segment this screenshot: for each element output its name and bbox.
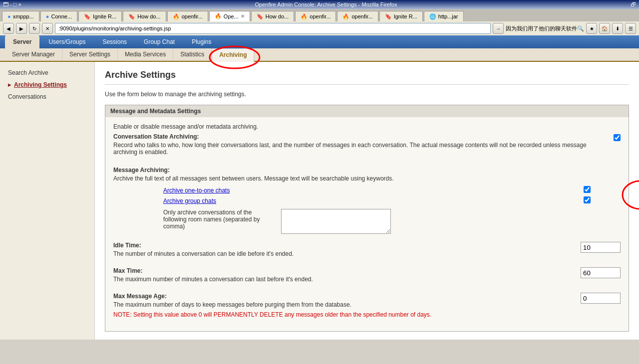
refresh-button[interactable]: ↻ [29, 23, 40, 34]
idle-time-desc: The number of minutes a conversation can… [113, 250, 581, 257]
section-description: Enable or disable message and/or metadat… [113, 123, 621, 130]
svg-point-1 [623, 181, 639, 209]
nav-users-groups[interactable]: Users/Groups [40, 35, 93, 48]
title-bar: 🗔 - □ × Openfire Admin Console: Archive … [0, 0, 639, 9]
sidebar-item-search-archive[interactable]: Search Archive [0, 67, 94, 79]
archive-group-chats-link[interactable]: Archive group chats [163, 197, 216, 204]
tab-openfire1[interactable]: 🔥openfir... [167, 11, 208, 21]
max-message-age-input[interactable] [581, 293, 621, 304]
max-message-age-setting: Max Message Age: The maximum number of d… [113, 293, 621, 318]
search-hint: 因为我们用了他们的聊天软件🔍 [506, 25, 584, 32]
nav-server[interactable]: Server [5, 35, 39, 48]
sidebar-item-archiving-settings[interactable]: Archiving Settings [0, 79, 94, 91]
idle-time-input[interactable] [581, 242, 621, 253]
room-filter-label: Only archive conversations of the follow… [163, 209, 273, 230]
message-archiving-desc: Archive the full text of all messages se… [113, 175, 621, 182]
settings-section: Message and Metadata Settings Enable or … [105, 105, 629, 332]
max-time-input[interactable] [581, 267, 621, 278]
sub-nav-server-manager[interactable]: Server Manager [5, 48, 62, 61]
section-title: Message and Metadata Settings [105, 105, 629, 117]
tab-ignite2[interactable]: 🔖Ignite R... [379, 11, 423, 21]
forward-button[interactable]: ▶ [16, 23, 27, 34]
max-message-age-note: NOTE: Setting this value above 0 will PE… [113, 311, 581, 318]
back-button[interactable]: ◀ [3, 23, 14, 34]
address-input[interactable] [55, 23, 491, 34]
max-message-age-desc: The maximum number of days to keep messa… [113, 301, 581, 308]
content-area: Archive Settings Use the form below to m… [95, 62, 639, 340]
tab-how2[interactable]: 🔖How do... [251, 11, 294, 21]
tab-xmpp[interactable]: ●xmppp... [2, 11, 39, 21]
tab-conne[interactable]: ●Conne... [40, 11, 77, 21]
tab-active[interactable]: 🔥Ope... ✕ [209, 11, 250, 21]
main-layout: Search Archive Archiving Settings Conver… [0, 62, 639, 340]
browser-tabs: ●xmppp... ●Conne... 🔖Ignite R... 🔖How do… [0, 9, 639, 21]
nav-group-chat[interactable]: Group Chat [136, 35, 183, 48]
tab-ignite1[interactable]: 🔖Ignite R... [78, 11, 122, 21]
sidebar: Search Archive Archiving Settings Conver… [0, 62, 95, 340]
sub-nav: Server Manager Server Settings Media Ser… [0, 48, 639, 62]
message-archiving-label: Message Archiving: [113, 167, 621, 174]
page-description: Use the form below to manage the archivi… [105, 91, 629, 98]
page-title: Archive Settings [105, 70, 629, 85]
conversation-state-desc: Record who talks to who, how long their … [113, 142, 604, 156]
tab-http[interactable]: 🌐http...jar [424, 11, 464, 21]
sub-nav-statistics[interactable]: Statistics [173, 48, 212, 61]
max-time-desc: The maximum number of minutes a conversa… [113, 276, 581, 283]
tab-close-icon[interactable]: ✕ [241, 13, 245, 19]
nav-plugins[interactable]: Plugins [184, 35, 219, 48]
conversation-state-setting: Conversation State Archiving: Record who… [113, 133, 621, 159]
stop-button[interactable]: ✕ [42, 23, 53, 34]
download-button[interactable]: ⬇ [612, 23, 623, 34]
idle-time-setting: Idle Time: The number of minutes a conve… [113, 242, 621, 260]
window-controls: 🗔 - □ × [3, 1, 21, 7]
tab-openfire3[interactable]: 🔥openfir... [337, 11, 378, 21]
window-title: Openfire Admin Console: Archive Settings… [255, 1, 397, 7]
tab-openfire2[interactable]: 🔥openfir... [295, 11, 336, 21]
archive-group-chats-checkbox[interactable] [584, 196, 591, 203]
room-filter-input[interactable] [281, 209, 391, 234]
sub-nav-server-settings[interactable]: Server Settings [62, 48, 118, 61]
bookmark-button[interactable]: ★ [586, 23, 597, 34]
nav-sessions[interactable]: Sessions [94, 35, 135, 48]
home-button[interactable]: 🏠 [599, 23, 610, 34]
max-message-age-label: Max Message Age: [113, 293, 581, 300]
tab-how1[interactable]: 🔖How do... [123, 11, 166, 21]
conversation-state-checkbox[interactable] [614, 134, 621, 141]
sidebar-item-conversations[interactable]: Conversations [0, 91, 94, 103]
idle-time-label: Idle Time: [113, 242, 581, 249]
archive-one-to-one-link[interactable]: Archive one-to-one chats [163, 187, 230, 194]
go-button[interactable]: → [493, 23, 504, 34]
menu-button[interactable]: ☰ [625, 23, 636, 34]
sub-nav-archiving[interactable]: Archiving [212, 48, 254, 62]
message-archiving-setting: Message Archiving: Archive the full text… [113, 167, 621, 234]
address-bar-row: ◀ ▶ ↻ ✕ → 因为我们用了他们的聊天软件🔍 ★ 🏠 ⬇ ☰ [0, 21, 639, 35]
checkbox-annotation [621, 179, 639, 211]
max-time-label: Max Time: [113, 267, 581, 274]
sub-nav-media-services[interactable]: Media Services [118, 48, 173, 61]
main-nav: Server Users/Groups Sessions Group Chat … [0, 35, 639, 48]
max-time-setting: Max Time: The maximum number of minutes … [113, 267, 621, 286]
conversation-state-label: Conversation State Archiving: [113, 133, 604, 140]
archive-one-to-one-checkbox[interactable] [584, 186, 591, 193]
